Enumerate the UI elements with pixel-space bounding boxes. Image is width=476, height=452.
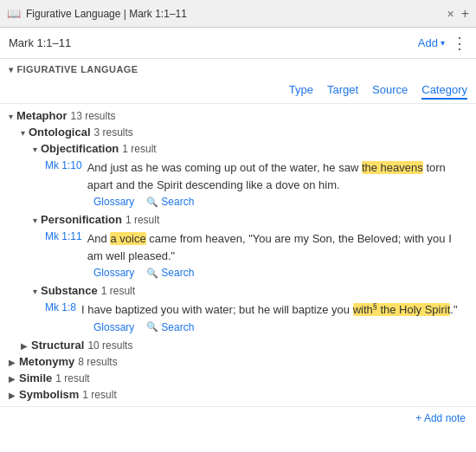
metonymy-count: 8 results [78, 356, 117, 368]
verse-text-mk111: And a voice came from heaven, "You are m… [87, 230, 476, 264]
metaphor-toggle[interactable]: ▾ [9, 112, 13, 121]
section-collapse-icon[interactable]: ▾ [9, 65, 13, 74]
verse-text-before-3: I have baptized you with water; but he w… [81, 303, 353, 316]
add-button[interactable]: Add ▾ [418, 36, 445, 49]
col-header-type[interactable]: Type [289, 83, 313, 100]
personification-toggle[interactable]: ▾ [33, 216, 37, 225]
search-icon: 🔍 [146, 197, 158, 208]
substance-count: 1 result [101, 285, 135, 297]
personification-actions: Glossary 🔍 Search [0, 265, 476, 282]
verse-highlight-1: the heavens [362, 161, 423, 174]
search-icon-2: 🔍 [146, 268, 158, 279]
verse-ref-mk18[interactable]: Mk 1:8 [0, 301, 76, 313]
reference-display: Mark 1:1–11 [9, 36, 418, 49]
verse-ref-mk110[interactable]: Mk 1:10 [0, 159, 82, 171]
ontological-count: 3 results [94, 126, 133, 139]
objectification-label: Objectification [41, 142, 119, 155]
personification-search-label: Search [161, 267, 194, 279]
substance-actions: Glossary 🔍 Search [0, 320, 476, 337]
col-header-target[interactable]: Target [327, 83, 358, 100]
verse-text-before-2: And [87, 232, 111, 245]
structural-row: ▶ Structural 10 results [0, 337, 476, 353]
personification-count: 1 result [125, 214, 159, 226]
objectification-toggle[interactable]: ▾ [33, 145, 37, 154]
substance-toggle[interactable]: ▾ [33, 287, 37, 296]
verse-text-after-3: ." [450, 303, 457, 316]
ontological-toggle[interactable]: ▾ [21, 128, 25, 138]
add-label: Add [418, 36, 438, 49]
substance-row: ▾ Substance 1 result [0, 282, 476, 299]
metonymy-toggle[interactable]: ▶ [9, 358, 16, 367]
verse-ref-mk111[interactable]: Mk 1:11 [0, 230, 82, 242]
structural-count: 10 results [87, 339, 132, 352]
col-header-source[interactable]: Source [372, 83, 408, 100]
simile-count: 1 result [55, 372, 89, 384]
search-icon-3: 🔍 [146, 321, 158, 333]
metonymy-row: ▶ Metonymy 8 results [0, 353, 476, 370]
verse-text-mk18: I have baptized you with water; but he w… [81, 301, 476, 319]
personification-verse: Mk 1:11 And a voice came from heaven, "Y… [0, 228, 476, 265]
objectification-search-label: Search [161, 196, 194, 208]
objectification-search-link[interactable]: 🔍 Search [146, 196, 194, 208]
objectification-row: ▾ Objectification 1 result [0, 140, 476, 157]
verse-highlight-2: a voice [110, 232, 145, 245]
verse-text-before-1: And just as he was coming up out of the … [87, 161, 362, 174]
metaphor-count: 13 results [71, 110, 116, 122]
personification-glossary-link[interactable]: Glossary [93, 267, 134, 279]
metaphor-label: Metaphor [16, 109, 68, 122]
section-header: ▾ FIGURATIVE LANGUAGE [0, 59, 476, 80]
verse-text-mk110: And just as he was coming up out of the … [87, 159, 476, 193]
col-header-category[interactable]: Category [421, 83, 467, 100]
new-tab-button[interactable]: + [461, 6, 469, 22]
tab-close-button[interactable]: × [447, 7, 453, 21]
substance-verse: Mk 1:8 I have baptized you with water; b… [0, 299, 476, 320]
substance-search-label: Search [161, 321, 194, 333]
symbolism-toggle[interactable]: ▶ [9, 391, 16, 400]
objectification-count: 1 result [122, 143, 156, 155]
tab-icon: 📖 [7, 7, 21, 21]
simile-toggle[interactable]: ▶ [9, 374, 16, 384]
superscript-section: § [373, 302, 377, 311]
column-headers: Type Target Source Category [0, 80, 476, 104]
personification-row: ▾ Personification 1 result [0, 211, 476, 228]
toolbar: Mark 1:1–11 Add ▾ ⋮ [0, 28, 476, 59]
substance-glossary-link[interactable]: Glossary [93, 321, 134, 333]
ontological-label: Ontological [29, 126, 91, 139]
footer: + Add note [0, 406, 476, 429]
more-options-button[interactable]: ⋮ [452, 36, 467, 51]
objectification-actions: Glossary 🔍 Search [0, 194, 476, 211]
objectification-glossary-link[interactable]: Glossary [93, 196, 134, 208]
add-note-link[interactable]: + Add note [415, 412, 466, 424]
section-title: FIGURATIVE LANGUAGE [16, 64, 138, 74]
verse-highlight-3: with§ the Holy Spirit [353, 303, 451, 316]
tab-title: Figurative Language | Mark 1:1–11 [26, 8, 447, 20]
personification-search-link[interactable]: 🔍 Search [146, 267, 194, 279]
metonymy-label: Metonymy [19, 355, 74, 368]
chevron-down-icon: ▾ [441, 38, 445, 48]
metaphor-row: ▾ Metaphor 13 results [0, 107, 476, 124]
tab-bar: 📖 Figurative Language | Mark 1:1–11 × + [0, 0, 476, 28]
structural-toggle[interactable]: ▶ [21, 341, 28, 351]
simile-label: Simile [19, 371, 52, 384]
personification-label: Personification [41, 213, 122, 226]
objectification-verse: Mk 1:10 And just as he was coming up out… [0, 157, 476, 194]
substance-label: Substance [41, 284, 98, 297]
simile-row: ▶ Simile 1 result [0, 370, 476, 386]
substance-search-link[interactable]: 🔍 Search [146, 321, 194, 333]
structural-label: Structural [31, 339, 84, 352]
content-area: ▾ Metaphor 13 results ▾ Ontological 3 re… [0, 104, 476, 406]
ontological-row: ▾ Ontological 3 results [0, 124, 476, 140]
symbolism-row: ▶ Symbolism 1 result [0, 386, 476, 403]
symbolism-count: 1 result [82, 389, 116, 401]
symbolism-label: Symbolism [19, 388, 79, 401]
